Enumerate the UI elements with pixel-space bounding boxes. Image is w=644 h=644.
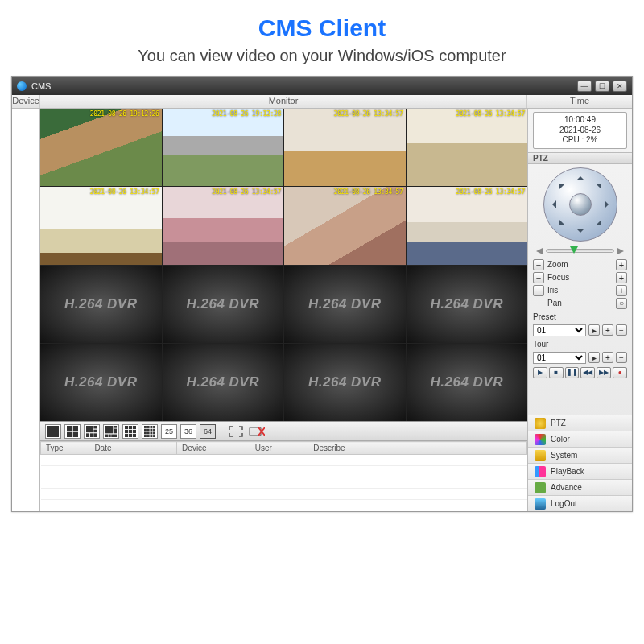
no-signal-label: H.264 DVR	[187, 296, 259, 312]
tour-label: Tour	[533, 340, 560, 349]
svg-rect-20	[129, 426, 132, 429]
camera-tile-1[interactable]: 2021-08-26 19:12:26	[40, 109, 162, 186]
zoom-label: Zoom	[544, 260, 616, 269]
zoom-in-button[interactable]: +	[616, 259, 627, 270]
timestamp-overlay: 2021-08-26 13:34:57	[456, 110, 525, 118]
tour-del-button[interactable]: −	[616, 352, 627, 363]
ptz-down-button[interactable]	[576, 229, 584, 237]
svg-rect-27	[133, 433, 136, 436]
timestamp-overlay: 2021-08-26 13:34:57	[456, 188, 525, 196]
layout-64-button[interactable]: 64	[200, 424, 216, 439]
focus-in-button[interactable]: +	[616, 272, 627, 283]
pan-toggle-button[interactable]: ○	[616, 298, 627, 309]
ptz-section-title: PTZ	[528, 152, 632, 164]
menu-system[interactable]: System	[528, 447, 632, 463]
play-button[interactable]: ▶	[533, 367, 547, 378]
event-log[interactable]: Type Date Device User Describe	[40, 440, 527, 511]
focus-out-button[interactable]: −	[533, 272, 544, 283]
no-signal-label: H.264 DVR	[308, 296, 381, 312]
fullscreen-button[interactable]	[227, 424, 245, 439]
log-col-describe[interactable]: Describe	[308, 442, 527, 455]
tab-time[interactable]: Time	[527, 95, 632, 108]
log-col-device[interactable]: Device	[177, 442, 250, 455]
record-button[interactable]: ●	[613, 367, 627, 378]
layout-9-button[interactable]	[122, 424, 138, 439]
prev-button[interactable]: ◀◀	[580, 367, 595, 378]
preset-select[interactable]: 01	[533, 324, 586, 336]
menu-ptz[interactable]: PTZ	[528, 415, 632, 431]
layout-4-button[interactable]	[64, 424, 80, 439]
camera-tile-empty[interactable]: H.264 DVR	[40, 266, 162, 343]
svg-rect-38	[150, 431, 152, 434]
app-window: CMS — ☐ ✕ Device Monitor Time 2021-08-26…	[11, 76, 633, 512]
top-tabs: Device Monitor Time	[12, 95, 632, 109]
no-signal-label: H.264 DVR	[64, 374, 137, 390]
ptz-up-button[interactable]	[576, 172, 584, 180]
log-col-type[interactable]: Type	[41, 442, 89, 455]
preset-add-button[interactable]: +	[602, 324, 613, 336]
speed-slow-icon	[533, 248, 543, 254]
camera-tile-empty[interactable]: H.264 DVR	[284, 266, 406, 343]
camera-tile-empty[interactable]: H.264 DVR	[163, 344, 284, 421]
log-col-date[interactable]: Date	[89, 442, 177, 455]
preset-goto-button[interactable]: ▸	[588, 324, 600, 336]
disconnect-all-button[interactable]	[248, 424, 266, 439]
log-col-user[interactable]: User	[250, 442, 308, 455]
camera-tile-empty[interactable]: H.264 DVR	[163, 266, 284, 343]
device-panel[interactable]	[12, 109, 40, 511]
close-button[interactable]: ✕	[613, 80, 627, 92]
iris-open-button[interactable]: +	[616, 285, 627, 296]
stop-button[interactable]: ■	[549, 367, 564, 378]
camera-tile-7[interactable]: 2021-08-26 13:34:57	[284, 187, 406, 264]
menu-logout[interactable]: LogOut	[528, 495, 632, 511]
svg-rect-41	[147, 435, 150, 437]
svg-rect-40	[144, 435, 147, 437]
camera-tile-3[interactable]: 2021-08-26 13:34:57	[284, 109, 406, 186]
svg-rect-36	[144, 431, 147, 434]
tour-goto-button[interactable]: ▸	[588, 352, 600, 363]
camera-grid: 2021-08-26 19:12:26 2021-08-26 19:12:28 …	[40, 109, 527, 421]
camera-tile-empty[interactable]: H.264 DVR	[407, 344, 528, 421]
svg-rect-25	[125, 433, 128, 436]
minimize-button[interactable]: —	[577, 80, 592, 92]
layout-8-button[interactable]	[103, 424, 119, 439]
tour-add-button[interactable]: +	[602, 352, 613, 363]
ptz-left-button[interactable]	[548, 200, 556, 208]
camera-tile-2[interactable]: 2021-08-26 19:12:28	[163, 109, 284, 186]
pause-button[interactable]: ❚❚	[565, 367, 580, 378]
preset-del-button[interactable]: −	[616, 324, 627, 336]
svg-rect-23	[129, 429, 132, 432]
camera-tile-4[interactable]: 2021-08-26 13:34:57	[407, 109, 528, 186]
tab-device[interactable]: Device	[12, 95, 40, 108]
camera-tile-empty[interactable]: H.264 DVR	[407, 266, 528, 343]
layout-1-button[interactable]	[45, 424, 61, 439]
timestamp-overlay: 2021-08-26 13:34:57	[334, 110, 403, 118]
svg-rect-29	[147, 426, 150, 428]
camera-tile-6[interactable]: 2021-08-26 13:34:57	[163, 187, 284, 264]
next-button[interactable]: ▶▶	[597, 367, 611, 378]
ptz-dpad	[543, 167, 617, 242]
layout-25-button[interactable]: 25	[161, 424, 177, 439]
layout-36-button[interactable]: 36	[180, 424, 196, 439]
layout-16-button[interactable]	[142, 424, 158, 439]
menu-playback[interactable]: PlayBack	[528, 463, 632, 479]
maximize-button[interactable]: ☐	[595, 80, 609, 92]
svg-rect-31	[153, 426, 155, 428]
camera-tile-empty[interactable]: H.264 DVR	[284, 344, 406, 421]
camera-tile-8[interactable]: 2021-08-26 13:34:57	[407, 187, 528, 264]
tab-monitor[interactable]: Monitor	[40, 95, 527, 108]
ptz-center-button[interactable]	[569, 193, 592, 216]
tour-select[interactable]: 01	[533, 352, 586, 364]
svg-rect-33	[147, 428, 150, 431]
camera-tile-empty[interactable]: H.264 DVR	[40, 344, 162, 421]
ptz-speed-slider[interactable]	[533, 248, 627, 254]
ptz-right-button[interactable]	[605, 200, 613, 208]
timestamp-overlay: 2021-08-26 13:34:57	[90, 188, 159, 196]
zoom-out-button[interactable]: −	[533, 259, 544, 270]
layout-6-button[interactable]	[84, 424, 100, 439]
iris-close-button[interactable]: −	[533, 285, 544, 296]
camera-tile-5[interactable]: 2021-08-26 13:34:57	[40, 187, 162, 264]
menu-advance[interactable]: Advance	[528, 479, 632, 495]
menu-color[interactable]: Color	[528, 431, 632, 447]
svg-rect-39	[153, 431, 155, 434]
